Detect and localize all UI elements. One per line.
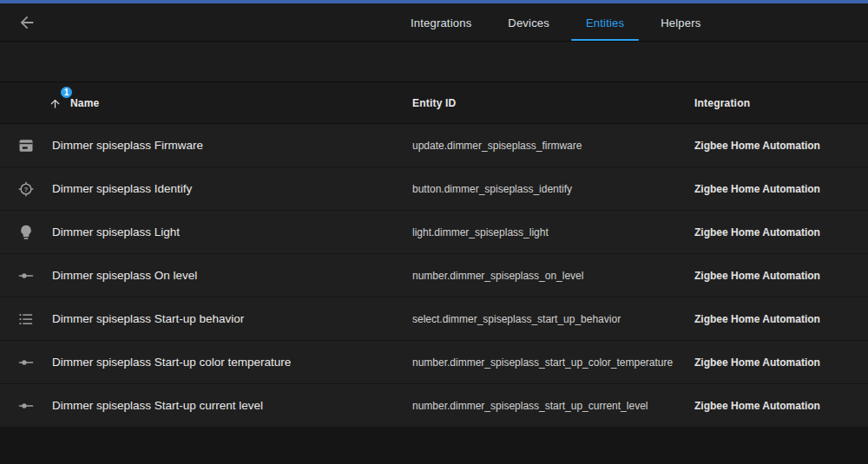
filters-badge: 1 [59, 85, 74, 100]
tab-devices[interactable]: Devices [490, 3, 568, 42]
entity-id: light.dimmer_spiseplass_light [412, 211, 686, 253]
table-row[interactable]: Dimmer spiseplass Start-up color tempera… [0, 341, 868, 384]
nav-tabs: IntegrationsDevicesEntitiesHelpers [392, 3, 719, 42]
column-header-entity-id[interactable]: Entity ID [412, 82, 456, 124]
entity-name: Dimmer spiseplass Start-up current level [52, 384, 404, 427]
entity-id: number.dimmer_spiseplass_start_up_color_… [412, 341, 686, 383]
entity-id: select.dimmer_spiseplass_start_up_behavi… [412, 297, 686, 340]
package-icon [17, 137, 35, 154]
entity-id: number.dimmer_spiseplass_on_level [412, 254, 686, 297]
entity-name: Dimmer spiseplass Start-up behavior [52, 297, 404, 340]
column-header-name[interactable]: Name [49, 82, 99, 124]
arrow-left-icon [17, 13, 36, 32]
integration-name: Zigbee Home Automation [694, 211, 864, 253]
column-label-name: Name [70, 97, 99, 109]
table-row[interactable]: Dimmer spiseplass On levelnumber.dimmer_… [0, 254, 868, 297]
svg-text:?: ? [24, 186, 29, 193]
arrow-up-icon [49, 97, 62, 110]
table-row[interactable]: Dimmer spiseplass Lightlight.dimmer_spis… [0, 211, 868, 254]
integration-name: Zigbee Home Automation [694, 384, 864, 427]
integration-name: Zigbee Home Automation [694, 167, 864, 210]
list-icon [17, 310, 35, 328]
table-row[interactable]: ?Dimmer spiseplass Identifybutton.dimmer… [0, 167, 868, 211]
crosshairs-question-icon: ? [17, 180, 35, 198]
integration-name: Zigbee Home Automation [694, 297, 864, 340]
entity-id: button.dimmer_spiseplass_identify [412, 167, 686, 210]
table-row[interactable]: Dimmer spiseplass Start-up current level… [0, 384, 868, 428]
entity-name: Dimmer spiseplass On level [52, 254, 404, 297]
tab-entities[interactable]: Entities [568, 3, 642, 42]
column-header-integration[interactable]: Integration [694, 82, 750, 124]
slider-icon [17, 354, 35, 371]
toolbar: Filters 1 [0, 42, 868, 82]
table-row[interactable]: Dimmer spiseplass Firmwareupdate.dimmer_… [0, 124, 868, 167]
entity-id: number.dimmer_spiseplass_start_up_curren… [412, 384, 686, 427]
app-bar: IntegrationsDevicesEntitiesHelpers [0, 3, 868, 42]
integration-name: Zigbee Home Automation [694, 254, 864, 297]
tab-helpers[interactable]: Helpers [642, 3, 719, 42]
entity-name: Dimmer spiseplass Start-up color tempera… [52, 341, 404, 383]
lightbulb-icon [17, 224, 35, 241]
entity-name: Dimmer spiseplass Light [52, 211, 404, 253]
entities-table-body: Dimmer spiseplass Firmwareupdate.dimmer_… [0, 124, 868, 428]
slider-icon [17, 397, 35, 415]
slider-icon [17, 267, 35, 284]
entity-name: Dimmer spiseplass Firmware [52, 124, 404, 167]
column-label-integration: Integration [694, 97, 750, 109]
back-button[interactable] [16, 11, 38, 34]
column-label-entity-id: Entity ID [412, 97, 456, 109]
tab-integrations[interactable]: Integrations [392, 3, 490, 42]
integration-name: Zigbee Home Automation [694, 124, 864, 167]
entity-id: update.dimmer_spiseplass_firmware [412, 124, 686, 167]
table-row[interactable]: Dimmer spiseplass Start-up behaviorselec… [0, 297, 868, 341]
integration-name: Zigbee Home Automation [694, 341, 864, 383]
entity-name: Dimmer spiseplass Identify [52, 167, 404, 210]
table-header: Name Entity ID Integration [0, 82, 868, 124]
